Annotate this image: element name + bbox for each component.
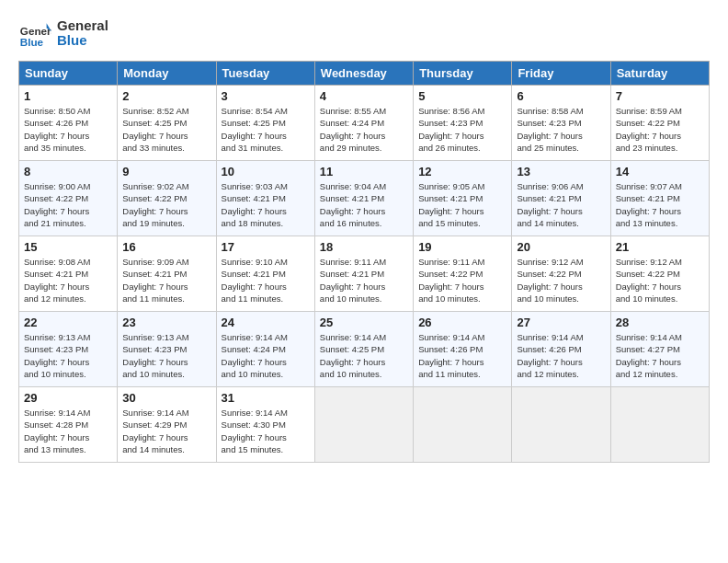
- calendar-day-cell: 16Sunrise: 9:09 AM Sunset: 4:21 PM Dayli…: [118, 236, 216, 312]
- day-info: Sunrise: 9:14 AM Sunset: 4:30 PM Dayligh…: [222, 407, 310, 455]
- calendar-day-cell: 25Sunrise: 9:14 AM Sunset: 4:25 PM Dayli…: [314, 312, 413, 387]
- calendar-day-cell: 3Sunrise: 8:54 AM Sunset: 4:25 PM Daylig…: [216, 86, 314, 161]
- day-info: Sunrise: 9:10 AM Sunset: 4:21 PM Dayligh…: [222, 256, 310, 304]
- day-number: 28: [616, 316, 704, 329]
- day-info: Sunrise: 8:59 AM Sunset: 4:22 PM Dayligh…: [616, 105, 704, 154]
- weekday-header: Thursday: [414, 62, 512, 86]
- day-number: 18: [320, 240, 408, 254]
- day-info: Sunrise: 9:08 AM Sunset: 4:21 PM Dayligh…: [24, 256, 112, 304]
- calendar-day-cell: 23Sunrise: 9:13 AM Sunset: 4:23 PM Dayli…: [118, 312, 216, 387]
- day-info: Sunrise: 9:14 AM Sunset: 4:26 PM Dayligh…: [418, 331, 506, 380]
- day-info: Sunrise: 9:14 AM Sunset: 4:26 PM Dayligh…: [517, 331, 605, 380]
- day-number: 22: [24, 316, 112, 329]
- calendar-day-cell: 13Sunrise: 9:06 AM Sunset: 4:21 PM Dayli…: [512, 161, 610, 236]
- calendar-day-cell: 14Sunrise: 9:07 AM Sunset: 4:21 PM Dayli…: [610, 161, 709, 236]
- calendar-day-cell: 6Sunrise: 8:58 AM Sunset: 4:23 PM Daylig…: [512, 86, 610, 161]
- calendar-day-cell: 18Sunrise: 9:11 AM Sunset: 4:21 PM Dayli…: [314, 236, 413, 312]
- day-number: 29: [24, 391, 112, 405]
- weekday-header: Wednesday: [314, 62, 413, 86]
- calendar-header-row: SundayMondayTuesdayWednesdayThursdayFrid…: [19, 62, 710, 86]
- calendar-day-cell: 12Sunrise: 9:05 AM Sunset: 4:21 PM Dayli…: [414, 161, 512, 236]
- logo-general: General: [57, 18, 108, 34]
- calendar-week-row: 8Sunrise: 9:00 AM Sunset: 4:22 PM Daylig…: [19, 161, 710, 236]
- weekday-header: Friday: [512, 62, 610, 86]
- calendar-day-cell: 26Sunrise: 9:14 AM Sunset: 4:26 PM Dayli…: [414, 312, 512, 387]
- day-info: Sunrise: 8:54 AM Sunset: 4:25 PM Dayligh…: [222, 105, 310, 154]
- day-number: 31: [222, 391, 310, 405]
- day-info: Sunrise: 8:56 AM Sunset: 4:23 PM Dayligh…: [418, 105, 506, 154]
- calendar-week-row: 1Sunrise: 8:50 AM Sunset: 4:26 PM Daylig…: [19, 86, 710, 161]
- day-info: Sunrise: 9:04 AM Sunset: 4:21 PM Dayligh…: [320, 180, 408, 229]
- day-info: Sunrise: 8:58 AM Sunset: 4:23 PM Dayligh…: [517, 105, 605, 154]
- calendar-day-cell: 7Sunrise: 8:59 AM Sunset: 4:22 PM Daylig…: [610, 86, 709, 161]
- calendar-day-cell: 2Sunrise: 8:52 AM Sunset: 4:25 PM Daylig…: [118, 86, 216, 161]
- day-info: Sunrise: 9:11 AM Sunset: 4:22 PM Dayligh…: [418, 256, 506, 304]
- calendar-day-cell: 1Sunrise: 8:50 AM Sunset: 4:26 PM Daylig…: [19, 86, 118, 161]
- calendar-week-row: 29Sunrise: 9:14 AM Sunset: 4:28 PM Dayli…: [19, 387, 710, 463]
- day-number: 11: [320, 165, 408, 178]
- day-info: Sunrise: 9:06 AM Sunset: 4:21 PM Dayligh…: [517, 180, 605, 229]
- day-number: 15: [24, 240, 112, 254]
- calendar-day-cell: 21Sunrise: 9:12 AM Sunset: 4:22 PM Dayli…: [610, 236, 709, 312]
- day-info: Sunrise: 9:12 AM Sunset: 4:22 PM Dayligh…: [517, 256, 605, 304]
- day-number: 19: [418, 240, 506, 254]
- day-info: Sunrise: 9:02 AM Sunset: 4:22 PM Dayligh…: [122, 180, 210, 229]
- calendar-day-cell: 28Sunrise: 9:14 AM Sunset: 4:27 PM Dayli…: [610, 312, 709, 387]
- header: General Blue General Blue: [18, 17, 710, 50]
- day-number: 13: [517, 165, 605, 178]
- calendar-day-cell: 11Sunrise: 9:04 AM Sunset: 4:21 PM Dayli…: [314, 161, 413, 236]
- calendar-day-cell: [414, 387, 512, 463]
- day-info: Sunrise: 9:14 AM Sunset: 4:25 PM Dayligh…: [320, 331, 408, 380]
- day-info: Sunrise: 8:52 AM Sunset: 4:25 PM Dayligh…: [122, 105, 210, 154]
- calendar-day-cell: 4Sunrise: 8:55 AM Sunset: 4:24 PM Daylig…: [314, 86, 413, 161]
- day-number: 3: [222, 89, 310, 103]
- day-number: 7: [616, 89, 704, 103]
- day-number: 1: [24, 89, 112, 103]
- svg-text:Blue: Blue: [20, 36, 44, 48]
- calendar-day-cell: [610, 387, 709, 463]
- day-info: Sunrise: 9:07 AM Sunset: 4:21 PM Dayligh…: [616, 180, 704, 229]
- day-info: Sunrise: 8:55 AM Sunset: 4:24 PM Dayligh…: [320, 105, 408, 154]
- day-info: Sunrise: 9:13 AM Sunset: 4:23 PM Dayligh…: [122, 331, 210, 380]
- calendar-day-cell: 5Sunrise: 8:56 AM Sunset: 4:23 PM Daylig…: [414, 86, 512, 161]
- day-number: 5: [418, 89, 506, 103]
- calendar-day-cell: 30Sunrise: 9:14 AM Sunset: 4:29 PM Dayli…: [118, 387, 216, 463]
- day-number: 24: [222, 316, 310, 329]
- calendar-day-cell: 10Sunrise: 9:03 AM Sunset: 4:21 PM Dayli…: [216, 161, 314, 236]
- day-info: Sunrise: 9:14 AM Sunset: 4:27 PM Dayligh…: [616, 331, 704, 380]
- day-number: 16: [122, 240, 210, 254]
- weekday-header: Sunday: [19, 62, 118, 86]
- day-number: 21: [616, 240, 704, 254]
- day-number: 8: [24, 165, 112, 178]
- day-number: 14: [616, 165, 704, 178]
- day-info: Sunrise: 8:50 AM Sunset: 4:26 PM Dayligh…: [24, 105, 112, 154]
- day-number: 6: [517, 89, 605, 103]
- calendar-day-cell: 17Sunrise: 9:10 AM Sunset: 4:21 PM Dayli…: [216, 236, 314, 312]
- calendar-day-cell: 31Sunrise: 9:14 AM Sunset: 4:30 PM Dayli…: [216, 387, 314, 463]
- calendar-day-cell: 27Sunrise: 9:14 AM Sunset: 4:26 PM Dayli…: [512, 312, 610, 387]
- weekday-header: Saturday: [610, 62, 709, 86]
- calendar-day-cell: 19Sunrise: 9:11 AM Sunset: 4:22 PM Dayli…: [414, 236, 512, 312]
- day-number: 26: [418, 316, 506, 329]
- day-info: Sunrise: 9:11 AM Sunset: 4:21 PM Dayligh…: [320, 256, 408, 304]
- calendar-day-cell: 15Sunrise: 9:08 AM Sunset: 4:21 PM Dayli…: [19, 236, 118, 312]
- day-info: Sunrise: 9:13 AM Sunset: 4:23 PM Dayligh…: [24, 331, 112, 380]
- logo-icon: General Blue: [18, 17, 51, 50]
- calendar-day-cell: [512, 387, 610, 463]
- page: General Blue General Blue SundayMondayTu…: [0, 0, 728, 472]
- weekday-header: Tuesday: [216, 62, 314, 86]
- day-number: 10: [222, 165, 310, 178]
- day-info: Sunrise: 9:14 AM Sunset: 4:28 PM Dayligh…: [24, 407, 112, 455]
- day-info: Sunrise: 9:05 AM Sunset: 4:21 PM Dayligh…: [418, 180, 506, 229]
- day-number: 2: [122, 89, 210, 103]
- day-number: 25: [320, 316, 408, 329]
- calendar-day-cell: 20Sunrise: 9:12 AM Sunset: 4:22 PM Dayli…: [512, 236, 610, 312]
- weekday-header: Monday: [118, 62, 216, 86]
- day-info: Sunrise: 9:12 AM Sunset: 4:22 PM Dayligh…: [616, 256, 704, 304]
- calendar-day-cell: 29Sunrise: 9:14 AM Sunset: 4:28 PM Dayli…: [19, 387, 118, 463]
- calendar-table: SundayMondayTuesdayWednesdayThursdayFrid…: [18, 61, 710, 463]
- day-number: 30: [122, 391, 210, 405]
- day-number: 9: [122, 165, 210, 178]
- day-number: 4: [320, 89, 408, 103]
- calendar-week-row: 15Sunrise: 9:08 AM Sunset: 4:21 PM Dayli…: [19, 236, 710, 312]
